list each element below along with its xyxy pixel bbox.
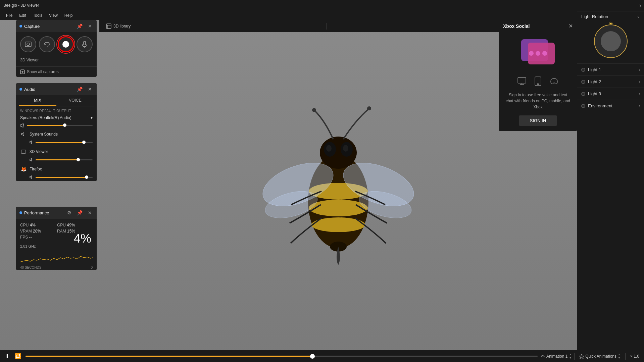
anim-up-arrow[interactable]: ▲ [569,353,572,356]
perf-big-number: 4% [74,231,91,246]
menu-edit[interactable]: Edit [16,11,30,20]
xbox-sign-in-button[interactable]: SIGN IN [519,115,557,126]
svg-point-33 [542,51,547,56]
environment-chevron[interactable]: ‹ [639,104,640,108]
anim-down-arrow[interactable]: ▼ [569,356,572,359]
system-sounds-slider-row [16,140,97,146]
xbox-close-button[interactable]: ✕ [568,23,573,29]
light-2-chevron[interactable]: ‹ [639,80,640,84]
quick-up-arrow[interactable]: ▲ [618,353,621,356]
audio-tab-mix[interactable]: MIX [19,95,56,106]
perf-close-button[interactable]: ✕ [87,209,93,216]
master-volume-slider[interactable] [27,125,93,126]
audio-panel-title: Audio [19,87,76,92]
xbox-social-panel: Xbox Social ✕ Sign in to use free voice … [499,20,577,131]
perf-pin-button[interactable]: 📌 [76,209,84,216]
firefox-slider[interactable] [36,177,93,178]
master-volume-row [16,121,97,129]
quick-down-arrow[interactable]: ▼ [618,356,621,359]
perf-content: CPU 4% GPU 49% VRAM 28% RAM 15% FPS -- 4… [16,219,97,244]
rotation-dial-container: ☀ [581,22,640,61]
title-bar: Bee.glb - 3D Viewer — ☐ ✕ [0,0,644,11]
firefox-row: 🦊 Firefox [16,164,97,174]
audio-device-selector[interactable]: Speakers (Realtek(R) Audio) ▾ [16,114,97,121]
capture-panel: Capture 📌 ✕ 3D Viewer Show all captures [16,20,97,77]
light-rotation-header: Light Rotation ∨ [581,14,640,19]
light-3-item[interactable]: Light 3 ‹ [577,88,644,100]
right-panel: › Light Rotation ∨ ☀ Light 1 ‹ Light 2 ‹… [577,0,644,362]
xbox-mobile-icon [533,76,543,87]
menu-help[interactable]: Help [61,11,76,20]
loop-button[interactable]: 🔁 [13,352,23,361]
rotation-dial[interactable]: ☀ [594,24,628,58]
svg-rect-24 [25,42,31,47]
system-sounds-slider[interactable] [36,142,93,143]
audio-tab-voice[interactable]: VOICE [56,95,94,106]
xbox-social-icons-row [499,73,577,89]
perf-graph-footer: 40 SECONDS 0 [16,265,97,270]
3d-library-button[interactable]: 3D library [103,22,133,30]
audio-panel: Audio 📌 ✕ MIX VOICE WINDOWS DEFAULT OUTP… [16,83,97,181]
svg-point-8 [309,200,368,216]
menu-tools[interactable]: Tools [30,11,46,20]
menu-file[interactable]: File [3,11,16,20]
bottom-separator-1 [574,353,575,360]
svg-point-14 [343,145,348,152]
perf-graph [20,250,93,264]
animation-arrows: ▲ ▼ [569,353,572,359]
speed-indicator: × 1.0 [628,353,641,359]
xbox-controller-icon [549,76,559,87]
firefox-slider-row [16,174,97,181]
light-2-indicator [581,80,585,84]
progress-bar-fill [26,356,312,357]
light-2-item[interactable]: Light 2 ‹ [577,76,644,88]
menu-view[interactable]: View [46,11,61,20]
perf-gpu: GPU 49% [57,223,93,227]
xbox-panel-header: Xbox Social ✕ [499,20,577,32]
mic-button[interactable] [77,36,93,52]
audio-tabs: MIX VOICE [19,95,94,106]
firefox-volume-icon [30,175,34,179]
3d-viewer-volume-icon [30,158,34,162]
light-1-item[interactable]: Light 1 ‹ [577,64,644,76]
light-rotation-section: Light Rotation ∨ ☀ [577,11,644,64]
capture-pin-button[interactable]: 📌 [76,23,84,30]
environment-item[interactable]: Environment ‹ [577,100,644,112]
svg-point-37 [537,84,539,85]
screenshot-button[interactable] [20,36,36,52]
quick-animations-label: Quick Animations [585,354,616,359]
svg-point-16 [367,106,371,110]
quick-anim-icon [579,354,584,359]
app-title: Bee.glb - 3D Viewer [3,3,39,8]
show-captures-button[interactable]: Show all captures [16,66,97,77]
3d-library-label: 3D library [113,24,131,29]
right-panel-collapse-icon[interactable]: › [639,2,641,9]
record-button[interactable] [58,36,74,52]
light-3-chevron[interactable]: ‹ [639,92,640,96]
svg-rect-36 [535,77,541,86]
undo-button[interactable] [39,36,55,52]
separator [327,23,327,30]
rotation-dial-inner [601,31,621,51]
progress-bar-thumb [310,354,315,359]
quick-animations-button[interactable]: Quick Animations ▲ ▼ [577,352,623,360]
light-1-indicator [581,68,585,72]
progress-bar[interactable] [26,356,538,357]
audio-close-button[interactable]: ✕ [87,86,93,93]
animation-label: Animation 1 [546,354,567,359]
perf-cpu: CPU 4% [20,223,56,227]
play-pause-button[interactable]: ⏸ [3,352,11,361]
capture-source-label: 3D Viewer [16,56,97,66]
capture-close-button[interactable]: ✕ [87,23,93,30]
light-1-chevron[interactable]: ‹ [639,67,640,72]
light-rotation-label: Light Rotation [581,14,608,19]
audio-pin-button[interactable]: 📌 [76,86,84,93]
svg-rect-22 [106,24,111,29]
perf-panel-header: Performance ⚙ 📌 ✕ [16,207,97,219]
light-3-indicator [581,92,585,96]
system-sounds-volume-icon [30,140,34,144]
3d-viewer-slider[interactable] [36,159,93,160]
volume-icon [20,123,25,127]
perf-settings-button[interactable]: ⚙ [66,209,73,216]
light-rotation-chevron[interactable]: ∨ [637,14,640,19]
